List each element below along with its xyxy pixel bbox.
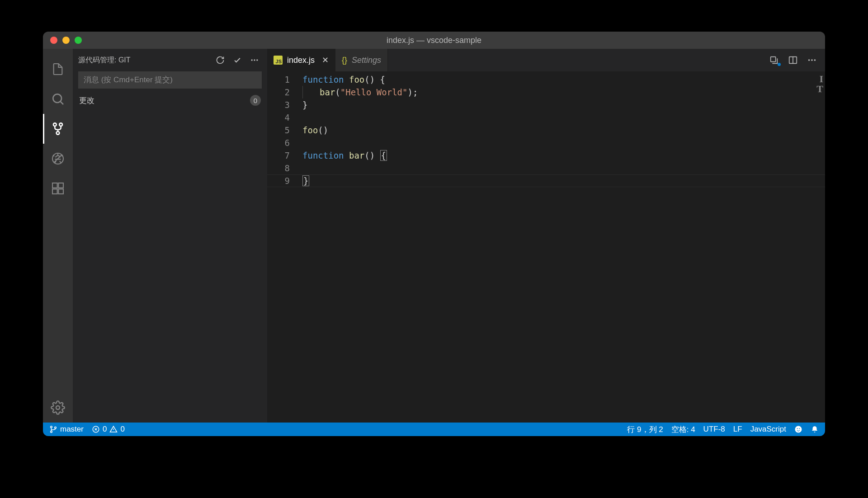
svg-point-0 <box>53 94 61 103</box>
more-actions-icon[interactable] <box>250 56 259 65</box>
svg-rect-8 <box>58 189 63 194</box>
code-editor[interactable]: 1 2 3 4 5 6 7 8 9 function foo() { bar("… <box>267 71 825 423</box>
source-control-icon[interactable] <box>43 114 73 144</box>
commit-icon[interactable] <box>233 56 242 65</box>
activity-bar <box>43 49 73 423</box>
search-icon[interactable] <box>43 84 73 114</box>
cursor-position-status[interactable]: 行 9，列 2 <box>627 424 663 435</box>
tab-label: index.js <box>287 56 315 65</box>
svg-point-11 <box>251 59 253 61</box>
git-branch-status[interactable]: master <box>49 425 84 434</box>
vscode-window: index.js — vscode-sample <box>43 32 825 436</box>
maximize-window-button[interactable] <box>75 37 82 44</box>
more-editor-actions-icon[interactable] <box>807 55 817 65</box>
svg-point-21 <box>51 431 52 432</box>
titlebar: index.js — vscode-sample <box>43 32 825 49</box>
status-bar: master 0 0 行 9，列 2 空格: 4 UTF-8 LF JavaSc… <box>43 423 825 436</box>
svg-point-2 <box>59 123 62 126</box>
commit-message-input[interactable] <box>78 71 262 89</box>
svg-point-18 <box>811 59 813 61</box>
window-title: index.js — vscode-sample <box>387 36 481 45</box>
traffic-lights <box>43 37 82 44</box>
encoding-status[interactable]: UTF-8 <box>703 425 725 434</box>
svg-point-12 <box>254 59 255 61</box>
explorer-icon[interactable] <box>43 54 73 84</box>
svg-point-17 <box>808 59 810 61</box>
svg-point-26 <box>799 428 800 429</box>
svg-rect-9 <box>58 183 63 188</box>
compare-changes-icon[interactable] <box>769 55 779 65</box>
svg-point-25 <box>797 428 798 429</box>
settings-gear-icon[interactable] <box>43 393 73 423</box>
svg-rect-6 <box>52 183 57 188</box>
settings-file-icon: {} <box>342 56 347 65</box>
sidebar-title: 源代码管理: GIT <box>78 56 216 65</box>
extensions-icon[interactable] <box>43 174 73 203</box>
svg-point-3 <box>57 132 60 135</box>
svg-point-10 <box>56 406 60 409</box>
svg-rect-7 <box>52 189 57 194</box>
notifications-icon[interactable] <box>811 425 819 433</box>
changes-label: 更改 <box>79 95 250 106</box>
changes-count-badge: 0 <box>250 95 261 106</box>
problems-status[interactable]: 0 0 <box>92 425 125 434</box>
tabs-row: JS index.js ✕ {} Settings <box>267 49 825 71</box>
split-editor-icon[interactable] <box>788 55 798 65</box>
javascript-file-icon: JS <box>274 56 283 65</box>
tab-index-js[interactable]: JS index.js ✕ <box>267 49 335 71</box>
line-numbers-gutter: 1 2 3 4 5 6 7 8 9 <box>267 71 302 423</box>
indentation-status[interactable]: 空格: 4 <box>671 424 695 435</box>
language-mode-status[interactable]: JavaScript <box>750 425 786 434</box>
refresh-icon[interactable] <box>216 56 225 65</box>
svg-point-13 <box>256 59 258 61</box>
source-control-sidebar: 源代码管理: GIT 更改 0 <box>73 49 267 423</box>
svg-point-22 <box>55 427 57 428</box>
minimize-window-button[interactable] <box>62 37 70 44</box>
feedback-icon[interactable] <box>794 425 802 433</box>
changes-section[interactable]: 更改 0 <box>73 92 267 108</box>
tab-settings[interactable]: {} Settings <box>335 49 388 71</box>
close-window-button[interactable] <box>50 37 57 44</box>
minimap[interactable]: IT <box>811 71 825 94</box>
code-content[interactable]: function foo() { bar("Hello World"); } f… <box>302 71 825 423</box>
svg-point-20 <box>51 426 52 428</box>
eol-status[interactable]: LF <box>733 425 742 434</box>
tab-label: Settings <box>352 56 381 65</box>
svg-point-24 <box>795 426 802 433</box>
svg-rect-14 <box>771 57 776 62</box>
editor-area: JS index.js ✕ {} Settings <box>267 49 825 423</box>
close-tab-icon[interactable]: ✕ <box>322 55 329 65</box>
debug-icon[interactable] <box>43 144 73 174</box>
svg-point-19 <box>814 59 816 61</box>
svg-point-1 <box>53 123 57 126</box>
